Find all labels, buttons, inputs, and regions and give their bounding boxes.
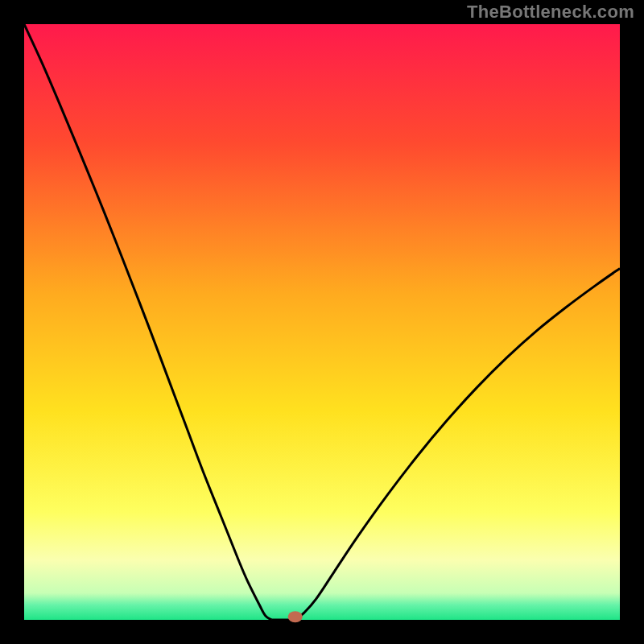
watermark-text: TheBottleneck.com (467, 2, 634, 23)
plot-background (24, 24, 620, 620)
min-marker (288, 611, 303, 622)
chart-frame: TheBottleneck.com (0, 0, 644, 644)
bottleneck-chart (0, 0, 644, 644)
